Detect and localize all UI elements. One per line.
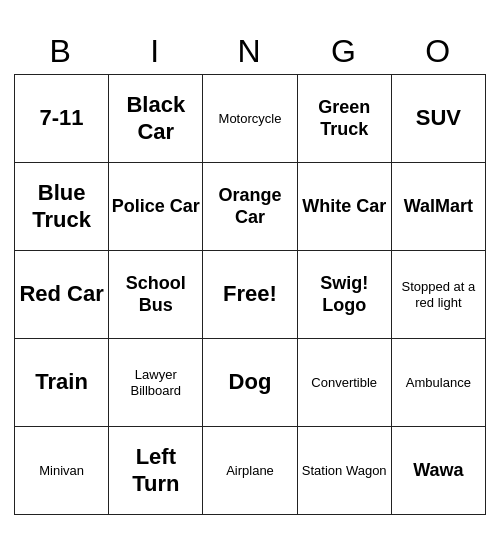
- bingo-grid: 7-11Black CarMotorcycleGreen TruckSUVBlu…: [14, 74, 486, 515]
- cell-r1-c0[interactable]: Blue Truck: [15, 163, 109, 251]
- header-o: O: [392, 29, 486, 74]
- header-i: I: [108, 29, 202, 74]
- cell-r4-c4[interactable]: Wawa: [392, 427, 486, 515]
- header-g: G: [297, 29, 391, 74]
- cell-r1-c3[interactable]: White Car: [298, 163, 392, 251]
- cell-r4-c1[interactable]: Left Turn: [109, 427, 203, 515]
- cell-r3-c4[interactable]: Ambulance: [392, 339, 486, 427]
- cell-r2-c0[interactable]: Red Car: [15, 251, 109, 339]
- cell-r3-c3[interactable]: Convertible: [298, 339, 392, 427]
- cell-r3-c2[interactable]: Dog: [203, 339, 297, 427]
- cell-r1-c1[interactable]: Police Car: [109, 163, 203, 251]
- bingo-header: B I N G O: [14, 29, 486, 74]
- cell-r3-c1[interactable]: Lawyer Billboard: [109, 339, 203, 427]
- cell-r0-c4[interactable]: SUV: [392, 75, 486, 163]
- cell-r1-c4[interactable]: WalMart: [392, 163, 486, 251]
- bingo-board: B I N G O 7-11Black CarMotorcycleGreen T…: [10, 25, 490, 519]
- cell-r4-c0[interactable]: Minivan: [15, 427, 109, 515]
- header-b: B: [14, 29, 108, 74]
- cell-r1-c2[interactable]: Orange Car: [203, 163, 297, 251]
- header-n: N: [203, 29, 297, 74]
- cell-r2-c2[interactable]: Free!: [203, 251, 297, 339]
- cell-r0-c2[interactable]: Motorcycle: [203, 75, 297, 163]
- cell-r4-c3[interactable]: Station Wagon: [298, 427, 392, 515]
- cell-r2-c3[interactable]: Swig! Logo: [298, 251, 392, 339]
- cell-r2-c1[interactable]: School Bus: [109, 251, 203, 339]
- cell-r0-c3[interactable]: Green Truck: [298, 75, 392, 163]
- cell-r3-c0[interactable]: Train: [15, 339, 109, 427]
- cell-r0-c0[interactable]: 7-11: [15, 75, 109, 163]
- cell-r2-c4[interactable]: Stopped at a red light: [392, 251, 486, 339]
- cell-r4-c2[interactable]: Airplane: [203, 427, 297, 515]
- cell-r0-c1[interactable]: Black Car: [109, 75, 203, 163]
